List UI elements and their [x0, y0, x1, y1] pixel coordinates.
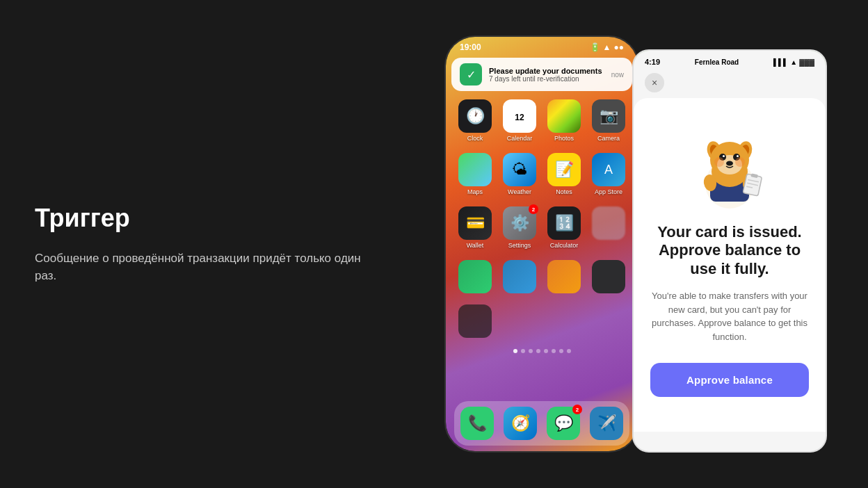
app-weather[interactable]: 🌤 Weather: [499, 153, 540, 195]
app-camera-label: Camera: [597, 135, 620, 142]
section-description: Сообщение о проведённой транзакции придё…: [35, 250, 369, 285]
right-wifi-icon: ▲: [790, 58, 797, 66]
app-wallet-label: Wallet: [467, 242, 484, 249]
dot-5: [544, 349, 548, 353]
app-settings-label: Settings: [508, 242, 531, 249]
svg-point-14: [723, 155, 725, 157]
app-green-icon: [458, 260, 492, 293]
app-maps-icon: [458, 153, 492, 186]
dot-8: [567, 349, 571, 353]
dock-safari-icon: 🧭: [504, 407, 537, 440]
modal-description: You're able to make transfers with your …: [650, 289, 809, 343]
dot-2: [521, 349, 525, 353]
app-blurred-1-icon: [592, 206, 625, 240]
modal-title: Your card is issued. Approve balance to …: [650, 223, 809, 278]
app-settings[interactable]: ⚙️ 2 Settings: [499, 206, 540, 249]
app-photos-label: Photos: [554, 135, 574, 142]
shiba-svg: [681, 115, 778, 212]
app-orange[interactable]: [543, 260, 585, 293]
app-maps-label: Maps: [467, 188, 483, 195]
notification-banner[interactable]: ✓ Please update your documents 7 days le…: [451, 58, 632, 91]
app-weather-icon: 🌤: [503, 153, 536, 186]
modal-header: ×: [634, 70, 826, 98]
phones-container: 19:00 🔋 ▲ ●● ✓ Please update your docume…: [403, 35, 868, 453]
messages-badge: 2: [572, 405, 582, 414]
app-grid-row2: Maps 🌤 Weather 📝 Notes A App Store: [446, 147, 638, 201]
right-iphone: 4:19 Fernlea Road ▌▌▌ ▲ ▓▓▓ ×: [632, 49, 827, 453]
app-wallet[interactable]: 💳 Wallet: [454, 206, 496, 249]
app-calculator-icon: 🔢: [547, 206, 581, 240]
app-blue-icon: [503, 260, 536, 293]
app-blurred-1[interactable]: [588, 206, 629, 249]
close-button[interactable]: ×: [645, 73, 664, 92]
app-green[interactable]: [454, 260, 496, 293]
dot-4: [536, 349, 540, 353]
app-notes[interactable]: 📝 Notes: [543, 153, 585, 195]
app-appstore[interactable]: A App Store: [588, 153, 629, 195]
dock-safari[interactable]: 🧭: [500, 407, 540, 440]
app-grid-row3: 💳 Wallet ⚙️ 2 Settings 🔢 Calculator: [446, 201, 638, 254]
notif-app-icon: ✓: [460, 63, 482, 86]
app-clock-label: Clock: [467, 135, 483, 142]
app-camera[interactable]: 📷 Camera: [588, 99, 629, 142]
app-settings-icon: ⚙️ 2: [503, 206, 536, 240]
iphone-dock: 📞 🧭 💬 2 ✈️: [454, 401, 629, 446]
right-location: Fernlea Road: [695, 58, 739, 66]
dot-3: [529, 349, 533, 353]
app-wallet-icon: 💳: [458, 206, 492, 240]
dock-phone[interactable]: 📞: [457, 407, 497, 440]
app-notes-label: Notes: [556, 188, 572, 195]
app-notes-icon: 📝: [547, 153, 581, 186]
wifi-icon: ▲: [603, 42, 611, 52]
settings-badge: 2: [529, 204, 538, 214]
app-single-icon: [458, 304, 492, 338]
svg-point-17: [714, 157, 724, 167]
dock-messages-icon: 💬 2: [547, 407, 580, 440]
app-blue[interactable]: [499, 260, 540, 293]
app-calculator[interactable]: 🔢 Calculator: [543, 206, 585, 249]
app-weather-label: Weather: [508, 188, 531, 195]
app-camera-icon: 📷: [592, 99, 625, 133]
dock-telegram[interactable]: ✈️: [586, 407, 627, 440]
approve-balance-button[interactable]: Approve balance: [650, 363, 809, 397]
app-grid-row1: 🕐 Clock 12 Calendar Photos 📷 Camera: [446, 94, 638, 147]
status-bar-left: 19:00 🔋 ▲ ●●: [446, 37, 638, 55]
app-clock[interactable]: 🕐 Clock: [454, 99, 496, 142]
signal-icon: ●●: [614, 42, 625, 52]
dock-messages[interactable]: 💬 2: [543, 407, 584, 440]
app-photos[interactable]: Photos: [543, 99, 585, 142]
dock-phone-icon: 📞: [460, 407, 494, 440]
app-calendar-icon: 12: [503, 99, 536, 133]
dot-1: [513, 349, 517, 353]
svg-point-15: [737, 155, 739, 157]
right-time: 4:19: [645, 58, 660, 66]
iphone-screen: 19:00 🔋 ▲ ●● ✓ Please update your docume…: [446, 37, 638, 451]
left-panel: Триггер Сообщение о проведённой транзакц…: [0, 162, 403, 327]
shiba-illustration: [681, 115, 778, 212]
app-appstore-icon: A: [592, 153, 625, 186]
svg-point-18: [735, 157, 745, 167]
app-maps[interactable]: Maps: [454, 153, 496, 195]
notif-text: Please update your documents 7 days left…: [489, 67, 604, 83]
app-clock-icon: 🕐: [458, 99, 492, 133]
left-iphone: 19:00 🔋 ▲ ●● ✓ Please update your docume…: [444, 35, 639, 453]
dot-6: [552, 349, 556, 353]
app-single[interactable]: [454, 304, 496, 338]
svg-rect-21: [743, 174, 762, 196]
svg-point-16: [726, 161, 733, 166]
right-battery-icon: ▓▓▓: [799, 58, 814, 66]
status-bar-right: 4:19 Fernlea Road ▌▌▌ ▲ ▓▓▓: [634, 51, 826, 70]
right-signal-icon: ▌▌▌: [773, 58, 788, 66]
app-calendar-label: Calendar: [507, 135, 533, 142]
app-dark-icon: [592, 260, 625, 293]
section-title: Триггер: [35, 204, 369, 233]
app-grid-row4: [446, 254, 638, 299]
modal-content: Your card is issued. Approve balance to …: [634, 98, 826, 432]
app-dark[interactable]: [588, 260, 629, 293]
app-appstore-label: App Store: [595, 188, 622, 195]
app-calendar[interactable]: 12 Calendar: [499, 99, 540, 142]
app-calculator-label: Calculator: [550, 242, 579, 249]
right-status-icons: ▌▌▌ ▲ ▓▓▓: [773, 58, 814, 66]
app-grid-row5: [446, 299, 638, 343]
notif-title: Please update your documents: [489, 67, 604, 75]
